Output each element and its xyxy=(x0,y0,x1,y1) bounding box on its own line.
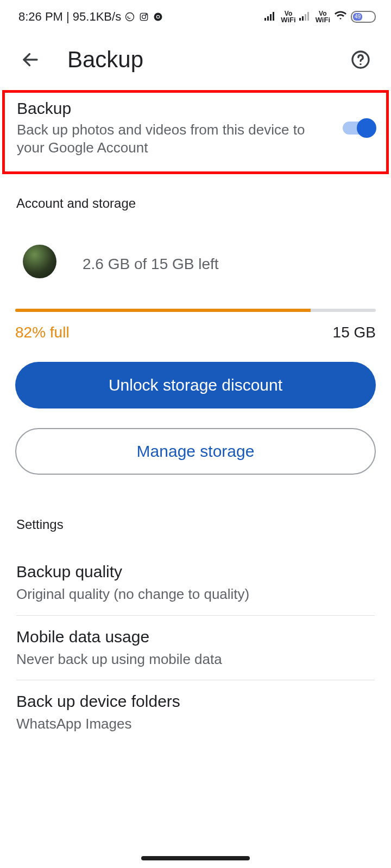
battery-level: 49 xyxy=(353,13,362,21)
svg-rect-9 xyxy=(270,14,272,21)
avatar xyxy=(23,245,56,278)
status-right: VoWiFi VoWiFi 49 xyxy=(264,10,376,24)
setting-sub: Original quality (no change to quality) xyxy=(16,585,375,603)
svg-point-3 xyxy=(146,14,147,15)
manage-storage-button[interactable]: Manage storage xyxy=(15,428,376,475)
app-bar: Backup xyxy=(0,34,391,86)
setting-sub: Never back up using mobile data xyxy=(16,650,375,668)
wifi-icon xyxy=(333,10,348,24)
svg-point-17 xyxy=(360,63,361,65)
progress-labels: 82% full 15 GB xyxy=(15,324,376,341)
backup-switch[interactable] xyxy=(343,122,374,135)
section-settings-label: Settings xyxy=(16,475,375,551)
setting-title: Backup quality xyxy=(16,563,375,581)
svg-rect-13 xyxy=(305,14,306,21)
switch-knob xyxy=(357,118,376,138)
signal-icon-2 xyxy=(299,10,311,24)
account-row[interactable]: 2.6 GB of 15 GB left xyxy=(0,216,391,285)
setting-title: Back up device folders xyxy=(16,692,375,711)
storage-percent: 82% full xyxy=(15,324,70,341)
storage-capacity: 15 GB xyxy=(333,324,376,341)
chrome-icon xyxy=(153,11,163,22)
whatsapp-icon xyxy=(124,11,135,22)
svg-rect-14 xyxy=(307,12,309,21)
svg-rect-12 xyxy=(302,16,304,21)
settings-list: Settings Backup quality Original quality… xyxy=(0,475,391,745)
storage-progress: 82% full 15 GB xyxy=(0,285,391,341)
svg-rect-8 xyxy=(267,16,269,21)
section-account-label: Account and storage xyxy=(0,174,391,216)
status-left: 8:26 PM | 95.1KB/s xyxy=(18,10,163,24)
vowifi-icon-2: VoWiFi xyxy=(316,10,330,23)
instagram-icon xyxy=(138,11,149,22)
help-button[interactable] xyxy=(348,47,374,73)
progress-bar xyxy=(15,309,376,312)
svg-rect-10 xyxy=(273,12,274,21)
setting-backup-quality[interactable]: Backup quality Original quality (no chan… xyxy=(16,551,375,616)
progress-fill xyxy=(15,309,311,312)
setting-mobile-data[interactable]: Mobile data usage Never back up using mo… xyxy=(16,616,375,681)
help-icon xyxy=(350,49,371,71)
backup-toggle-texts: Backup Back up photos and videos from th… xyxy=(17,99,332,156)
svg-point-2 xyxy=(142,15,146,19)
battery-icon: 49 xyxy=(351,11,376,23)
svg-rect-11 xyxy=(299,18,301,21)
status-bar: 8:26 PM | 95.1KB/s VoWiFi VoWiFi 49 xyxy=(0,0,391,34)
nav-handle[interactable] xyxy=(141,856,250,860)
setting-device-folders[interactable]: Back up device folders WhatsApp Images xyxy=(16,680,375,745)
status-time: 8:26 PM | 95.1KB/s xyxy=(18,10,121,24)
backup-toggle-title: Backup xyxy=(17,99,332,118)
svg-point-0 xyxy=(126,13,134,21)
backup-toggle-description: Back up photos and videos from this devi… xyxy=(17,121,332,156)
backup-toggle-row[interactable]: Backup Back up photos and videos from th… xyxy=(2,90,389,174)
setting-sub: WhatsApp Images xyxy=(16,715,375,733)
storage-summary: 2.6 GB of 15 GB left xyxy=(83,256,219,273)
svg-rect-7 xyxy=(264,18,266,21)
vowifi-icon: VoWiFi xyxy=(281,10,295,23)
page-title: Backup xyxy=(67,47,348,73)
svg-point-6 xyxy=(157,16,159,18)
arrow-left-icon xyxy=(21,50,40,69)
unlock-storage-button[interactable]: Unlock storage discount xyxy=(15,362,376,409)
button-stack: Unlock storage discount Manage storage xyxy=(0,341,391,475)
back-button[interactable] xyxy=(17,47,43,73)
setting-title: Mobile data usage xyxy=(16,628,375,646)
signal-icon xyxy=(264,10,276,24)
